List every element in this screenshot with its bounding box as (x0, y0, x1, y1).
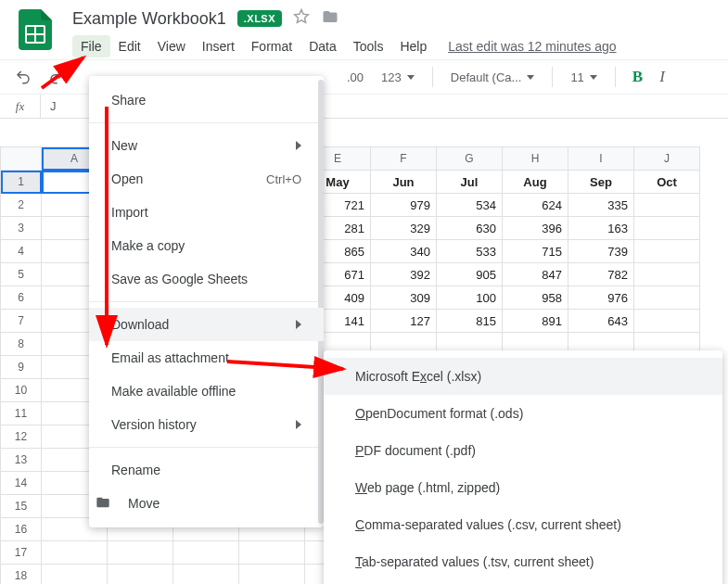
column-header[interactable]: F (371, 147, 437, 171)
row-header[interactable]: 11 (1, 402, 42, 425)
menu-item-make-copy[interactable]: Make a copy (89, 229, 324, 262)
cell[interactable] (173, 565, 239, 585)
cell[interactable]: 309 (371, 286, 437, 310)
folder-icon[interactable] (321, 8, 339, 29)
menu-help[interactable]: Help (391, 35, 435, 57)
row-header[interactable]: 7 (1, 310, 42, 333)
cell[interactable] (108, 541, 173, 565)
submenu-item-web[interactable]: Web page (.html, zipped) (324, 469, 722, 506)
cell[interactable]: 976 (568, 286, 634, 310)
menu-item-share[interactable]: Share (89, 83, 324, 117)
undo-icon[interactable] (9, 65, 37, 89)
cell[interactable]: 782 (568, 263, 634, 286)
menu-item-new[interactable]: New (89, 129, 324, 162)
menu-item-version-history[interactable]: Version history (89, 408, 324, 441)
cell[interactable] (108, 565, 173, 585)
menu-format[interactable]: Format (243, 35, 300, 57)
row-header[interactable]: 18 (1, 565, 42, 585)
font-family-dropdown[interactable]: Default (Ca... (444, 67, 542, 88)
column-header[interactable]: I (568, 147, 634, 171)
redo-icon[interactable] (43, 65, 70, 89)
cell[interactable]: 329 (371, 217, 437, 240)
column-header[interactable]: G (437, 147, 503, 171)
menu-item-open[interactable]: OpenCtrl+O (89, 162, 324, 196)
cell[interactable]: 100 (437, 286, 503, 310)
decrease-decimal-button[interactable]: .00 (341, 67, 369, 88)
cell[interactable] (634, 310, 700, 333)
italic-button[interactable]: I (654, 64, 671, 90)
bold-button[interactable]: B (627, 64, 648, 90)
cell[interactable] (634, 263, 700, 286)
submenu-item-ods[interactable]: OpenDocument format (.ods) (324, 395, 722, 432)
row-header[interactable]: 3 (1, 217, 42, 240)
row-header[interactable]: 10 (1, 379, 42, 402)
cell[interactable]: 624 (503, 194, 568, 217)
submenu-item-xlsx[interactable]: Microsoft Excel (.xlsx) (324, 358, 722, 395)
menu-edit[interactable]: Edit (110, 35, 149, 57)
column-header[interactable]: H (503, 147, 568, 171)
cell[interactable]: 958 (503, 286, 568, 310)
cell[interactable]: Aug (503, 171, 568, 194)
cell[interactable]: Jul (437, 171, 503, 194)
cell[interactable]: 891 (503, 310, 568, 333)
cell[interactable]: 163 (568, 217, 634, 240)
menu-data[interactable]: Data (300, 35, 345, 57)
cell[interactable] (634, 286, 700, 310)
cell[interactable]: 533 (437, 240, 503, 263)
cell[interactable]: 534 (437, 194, 503, 217)
cell[interactable]: 396 (503, 217, 568, 240)
cell[interactable]: 127 (371, 310, 437, 333)
submenu-item-csv[interactable]: Comma-separated values (.csv, current sh… (324, 506, 722, 543)
cell[interactable]: 905 (437, 263, 503, 286)
menu-file[interactable]: File (72, 35, 110, 57)
cell[interactable]: 392 (371, 263, 437, 286)
cell[interactable] (239, 565, 305, 585)
menu-tools[interactable]: Tools (345, 35, 392, 57)
menu-item-email-attachment[interactable]: Email as attachment (89, 341, 324, 375)
menu-item-import[interactable]: Import (89, 196, 324, 229)
row-header[interactable]: 5 (1, 263, 42, 286)
cell[interactable]: 643 (568, 310, 634, 333)
submenu-item-pdf[interactable]: PDF document (.pdf) (324, 432, 722, 469)
cell[interactable]: 815 (437, 310, 503, 333)
menu-item-rename[interactable]: Rename (89, 453, 324, 487)
cell[interactable]: Jun (371, 171, 437, 194)
row-header[interactable]: 16 (1, 518, 42, 541)
row-header[interactable]: 6 (1, 286, 42, 310)
cell[interactable] (634, 217, 700, 240)
menu-item-download[interactable]: Download (89, 308, 324, 341)
document-title[interactable]: Example Workbook1 (72, 9, 226, 29)
cell[interactable]: Sep (568, 171, 634, 194)
row-header[interactable]: 17 (1, 541, 42, 565)
row-header[interactable]: 12 (1, 425, 42, 449)
menu-insert[interactable]: Insert (194, 35, 243, 57)
formula-input[interactable]: J (41, 99, 57, 113)
row-header[interactable]: 9 (1, 356, 42, 379)
cell[interactable] (634, 240, 700, 263)
menu-view[interactable]: View (149, 35, 194, 57)
menu-item-available-offline[interactable]: Make available offline (89, 375, 324, 408)
cell[interactable] (239, 541, 305, 565)
cell[interactable] (42, 565, 108, 585)
row-header[interactable]: 2 (1, 194, 42, 217)
font-size-dropdown[interactable]: 11 (564, 67, 603, 88)
cell[interactable] (42, 541, 108, 565)
star-icon[interactable] (293, 8, 310, 29)
row-header[interactable]: 4 (1, 240, 42, 263)
cell[interactable]: 847 (503, 263, 568, 286)
cell[interactable] (173, 541, 239, 565)
cell[interactable]: 715 (503, 240, 568, 263)
cell[interactable]: 979 (371, 194, 437, 217)
menu-item-save-as-google-sheets[interactable]: Save as Google Sheets (89, 262, 324, 296)
menu-item-move[interactable]: Move (89, 487, 324, 520)
column-header[interactable]: J (634, 147, 700, 171)
cell[interactable]: Oct (634, 171, 700, 194)
cell[interactable]: 335 (568, 194, 634, 217)
row-header[interactable]: 8 (1, 333, 42, 356)
last-edit-link[interactable]: Last edit was 12 minutes ago (448, 39, 616, 54)
cell[interactable]: 630 (437, 217, 503, 240)
number-format-dropdown[interactable]: 123 (375, 67, 421, 88)
row-header[interactable]: 14 (1, 472, 42, 495)
submenu-item-tsv[interactable]: Tab-separated values (.tsv, current shee… (324, 543, 722, 580)
select-all-corner[interactable] (1, 147, 42, 171)
